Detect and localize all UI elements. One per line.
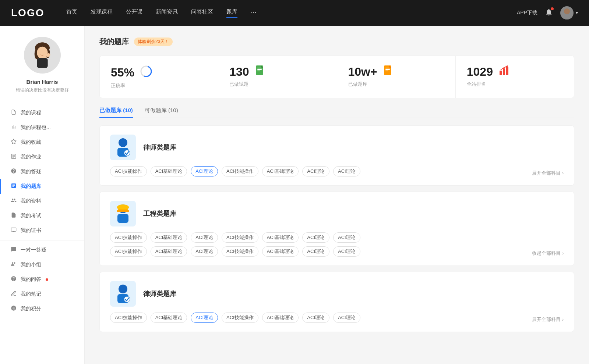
tag[interactable]: ACI技能操作 (222, 232, 258, 243)
tag[interactable]: ACI基础理论 (151, 232, 187, 243)
tab-todo[interactable]: 可做题库 (10) (145, 107, 178, 118)
tag[interactable]: ACI理论 (191, 232, 218, 243)
sidebar-item-course-pack[interactable]: 我的课程包... (0, 120, 84, 135)
sidebar-item-quiz-bank[interactable]: 我的题库 (0, 179, 84, 194)
svg-point-1 (562, 14, 572, 19)
sidebar-item-my-course[interactable]: 我的课程 (0, 106, 84, 120)
nav-news[interactable]: 新闻资讯 (156, 8, 178, 18)
tag[interactable]: ACI理论 (302, 232, 329, 243)
tag[interactable]: ACI技能操作 (222, 246, 258, 257)
sidebar-divider-mid (0, 240, 84, 240)
sidebar-avatar (24, 37, 61, 74)
svg-rect-32 (503, 68, 505, 75)
stat-done-q-label: 已做试题 (229, 81, 325, 88)
expand-lawyer-2[interactable]: 展开全部科目 › (532, 316, 564, 323)
myqa-icon (10, 276, 17, 283)
chat-icon (10, 246, 17, 254)
stat-accuracy: 55% 正确率 (100, 56, 218, 98)
tag[interactable]: ACI基础理论 (151, 246, 187, 257)
svg-rect-28 (385, 69, 390, 70)
sidebar-menu: 我的课程 我的课程包... 我的收藏 我的作业 (0, 106, 84, 316)
tag[interactable]: ACI技能操作 (222, 313, 258, 323)
tag[interactable]: ACI理论 (333, 313, 360, 323)
tag-active[interactable]: ACI理论 (191, 166, 218, 176)
svg-point-6 (37, 47, 47, 59)
navbar: LOGO 首页 发现课程 公开课 新闻资讯 问答社区 题库 ··· APP下载 … (0, 0, 589, 26)
sidebar-username: Brian Harris (27, 79, 58, 85)
svg-point-43 (119, 285, 127, 293)
tag[interactable]: ACI基础理论 (151, 313, 187, 323)
svg-point-35 (119, 138, 127, 147)
page-title: 我的题库 (99, 37, 129, 47)
sidebar-item-points-label: 我的积分 (21, 306, 41, 312)
nav-quiz[interactable]: 题库 (226, 8, 237, 18)
tab-done[interactable]: 已做题库 (10) (99, 107, 133, 118)
tag[interactable]: ACI技能操作 (110, 166, 147, 176)
nav-qa[interactable]: 问答社区 (191, 8, 213, 18)
tag[interactable]: ACI理论 (333, 166, 360, 176)
sidebar-item-group[interactable]: 我的小组 (0, 257, 84, 272)
sidebar-item-course-pack-label: 我的课程包... (21, 124, 51, 131)
bank-card-lawyer-2: 律师类题库 ACI技能操作 ACI基础理论 ACI理论 ACI技能操作 ACI基… (99, 272, 574, 332)
trial-badge: 体验剩余23天！ (134, 38, 173, 46)
sidebar-item-materials[interactable]: 我的资料 (0, 194, 84, 208)
nav-open-course[interactable]: 公开课 (126, 8, 142, 18)
sidebar-item-notes[interactable]: 我的笔记 (0, 287, 84, 301)
sidebar-item-cert[interactable]: 我的证书 (0, 223, 84, 238)
nav-discover[interactable]: 发现课程 (91, 8, 113, 18)
svg-marker-9 (11, 139, 16, 144)
sidebar-item-myqa[interactable]: 我的问答 (0, 272, 84, 287)
tag[interactable]: ACI基础理论 (262, 232, 299, 243)
tag[interactable]: ACI基础理论 (262, 166, 299, 176)
quiz-icon (10, 183, 17, 190)
star-icon (10, 139, 17, 146)
sidebar-item-notes-label: 我的笔记 (21, 291, 41, 297)
tag[interactable]: ACI技能操作 (110, 313, 147, 323)
nav-home[interactable]: 首页 (66, 8, 77, 18)
tag[interactable]: ACI理论 (333, 232, 360, 243)
tag[interactable]: ACI技能操作 (222, 166, 258, 176)
sidebar-motto: 错误的决定比没有决定要好 (10, 87, 75, 93)
main-wrap: Brian Harris 错误的决定比没有决定要好 我的课程 我的课程包... (0, 26, 589, 364)
sidebar-item-favorite-label: 我的收藏 (21, 139, 41, 146)
user-avatar-wrap[interactable]: ▾ (560, 6, 578, 19)
expand-lawyer-1[interactable]: 展开全部科目 › (532, 170, 564, 176)
sidebar-item-qa-label: 我的答疑 (21, 168, 41, 175)
sidebar-item-points[interactable]: 积 我的积分 (0, 301, 84, 316)
stat-accuracy-value: 55% (111, 66, 134, 79)
sidebar-item-exam[interactable]: 我的考试 (0, 208, 84, 223)
tag[interactable]: ACI理论 (333, 246, 360, 257)
tag[interactable]: ACI理论 (302, 313, 329, 323)
tag[interactable]: ACI理论 (191, 246, 218, 257)
tag[interactable]: ACI理论 (302, 246, 329, 257)
sidebar-item-favorite[interactable]: 我的收藏 (0, 135, 84, 150)
stat-done-banks-label: 已做题库 (348, 81, 444, 88)
logo[interactable]: LOGO (11, 7, 44, 19)
app-download-btn[interactable]: APP下载 (517, 10, 537, 16)
tag[interactable]: ACI基础理论 (262, 313, 299, 323)
bank-title-engineer: 工程类题库 (143, 209, 176, 218)
doc-green-icon (254, 65, 266, 79)
sidebar-item-materials-label: 我的资料 (21, 198, 41, 204)
notification-bell[interactable] (545, 8, 553, 18)
sidebar-item-homework[interactable]: 我的作业 (0, 150, 84, 164)
sidebar-item-1on1[interactable]: 一对一答疑 (0, 243, 84, 257)
avatar (560, 6, 574, 19)
tag-active[interactable]: ACI理论 (191, 313, 218, 323)
tag[interactable]: ACI基础理论 (151, 166, 187, 176)
tag[interactable]: ACI技能操作 (110, 232, 147, 243)
svg-rect-23 (257, 69, 262, 70)
bar-chart-icon (10, 124, 17, 131)
nav-more[interactable]: ··· (251, 8, 256, 18)
stat-rank: 1029 全站排名 (456, 56, 574, 98)
svg-rect-29 (385, 71, 388, 71)
sidebar: Brian Harris 错误的决定比没有决定要好 我的课程 我的课程包... (0, 26, 85, 364)
tag[interactable]: ACI理论 (302, 166, 329, 176)
tag[interactable]: ACI基础理论 (262, 246, 299, 257)
lawyer-icon-wrap (110, 135, 136, 160)
svg-rect-22 (257, 68, 262, 68)
collapse-engineer[interactable]: 收起全部科目 › (532, 250, 564, 257)
tag[interactable]: ACI技能操作 (110, 246, 147, 257)
sidebar-item-qa[interactable]: 我的答疑 (0, 164, 84, 179)
svg-rect-33 (506, 67, 508, 75)
